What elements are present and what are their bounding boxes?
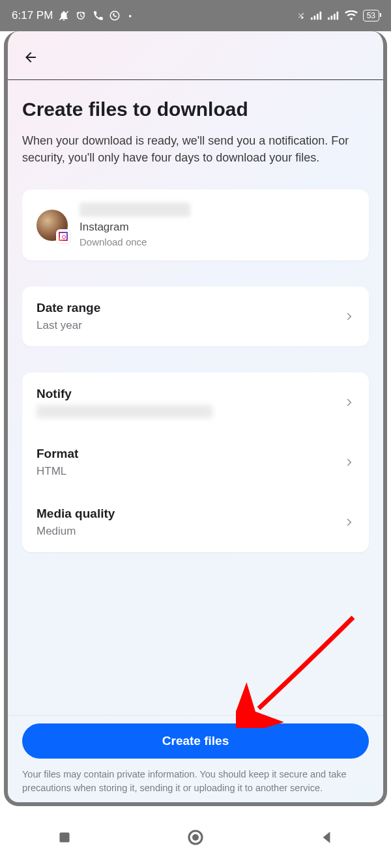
svg-rect-2 bbox=[60, 832, 70, 842]
missed-call-icon bbox=[92, 10, 104, 21]
notify-value-redacted bbox=[36, 405, 212, 418]
back-arrow-icon[interactable] bbox=[21, 49, 40, 65]
svg-point-4 bbox=[192, 834, 199, 841]
account-row: Instagram Download once bbox=[22, 189, 369, 260]
bottom-section: Create files Your files may contain priv… bbox=[8, 715, 383, 802]
date-range-value: Last year bbox=[36, 319, 100, 332]
date-range-label: Date range bbox=[36, 301, 100, 315]
avatar bbox=[36, 210, 68, 241]
wifi-icon bbox=[345, 10, 358, 21]
chevron-right-icon bbox=[343, 311, 355, 322]
mute-icon bbox=[58, 10, 70, 21]
media-quality-label: Media quality bbox=[36, 507, 115, 521]
status-time: 6:17 PM bbox=[12, 9, 53, 22]
format-label: Format bbox=[36, 447, 78, 461]
android-nav-bar bbox=[0, 806, 391, 868]
account-card: Instagram Download once bbox=[22, 189, 369, 260]
whatsapp-icon bbox=[109, 10, 121, 21]
account-frequency: Download once bbox=[80, 236, 355, 247]
format-row[interactable]: Format HTML bbox=[22, 432, 369, 492]
format-value: HTML bbox=[36, 465, 78, 478]
status-bar: 6:17 PM ● 53 bbox=[0, 0, 391, 31]
bluetooth-icon bbox=[297, 10, 306, 21]
create-files-button[interactable]: Create files bbox=[22, 723, 369, 759]
battery-indicator: 53 bbox=[363, 10, 379, 21]
notify-label: Notify bbox=[36, 387, 212, 401]
account-name-redacted bbox=[80, 203, 190, 217]
home-button[interactable] bbox=[186, 828, 205, 847]
signal-1-icon bbox=[311, 11, 323, 20]
back-button[interactable] bbox=[318, 829, 335, 846]
signal-2-icon bbox=[328, 11, 340, 20]
nav-header bbox=[8, 31, 383, 80]
alarm-icon bbox=[75, 10, 87, 21]
recent-apps-button[interactable] bbox=[56, 829, 73, 846]
chevron-right-icon bbox=[343, 456, 355, 468]
chevron-right-icon bbox=[343, 397, 355, 408]
page-title: Create files to download bbox=[22, 98, 369, 120]
account-platform: Instagram bbox=[80, 221, 355, 234]
page-subtitle: When your download is ready, we'll send … bbox=[22, 132, 369, 166]
options-card: Notify Format HTML Media quality Medium bbox=[22, 372, 369, 552]
app-frame: Create files to download When your downl… bbox=[4, 31, 387, 806]
media-quality-row[interactable]: Media quality Medium bbox=[22, 492, 369, 552]
disclaimer-text: Your files may contain private informati… bbox=[22, 768, 369, 794]
date-range-row[interactable]: Date range Last year bbox=[22, 287, 369, 346]
chevron-right-icon bbox=[343, 516, 355, 528]
instagram-badge-icon bbox=[56, 229, 70, 244]
media-quality-value: Medium bbox=[36, 525, 115, 538]
date-range-card: Date range Last year bbox=[22, 287, 369, 346]
notify-row[interactable]: Notify bbox=[22, 372, 369, 432]
status-more-icon: ● bbox=[128, 13, 132, 19]
